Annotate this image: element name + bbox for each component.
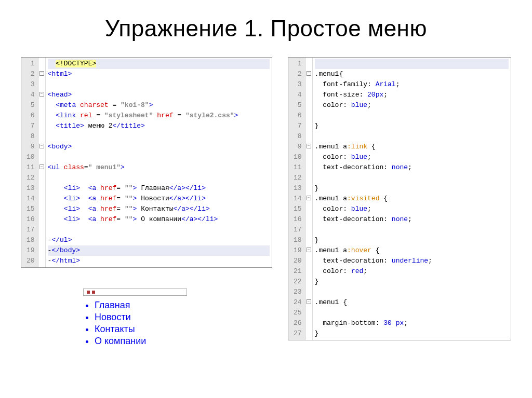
toolbar-dot-icon bbox=[87, 291, 90, 294]
code-area[interactable]: <!DOCTYPE><html><head> <meta charset = "… bbox=[46, 58, 272, 267]
browser-preview: ГлавнаяНовостиКонтактыО компании bbox=[83, 289, 272, 347]
preview-toolbar bbox=[83, 289, 187, 296]
line-gutter: 1234567891011121314151617181920212223242… bbox=[288, 58, 305, 340]
code-area[interactable]: .menu1{ font-family: Arial; font-size: 2… bbox=[313, 58, 511, 340]
html-editor[interactable]: 1234567891011121314151617181920 −−−− <!D… bbox=[21, 57, 272, 268]
left-column: 1234567891011121314151617181920 −−−− <!D… bbox=[21, 57, 272, 348]
page-title: Упражнение 1. Простое меню bbox=[0, 0, 532, 57]
content-area: 1234567891011121314151617181920 −−−− <!D… bbox=[0, 57, 532, 348]
fold-column: −−−−− bbox=[305, 58, 313, 340]
preview-menu-list: ГлавнаяНовостиКонтактыО компании bbox=[83, 300, 272, 347]
right-column: 1234567891011121314151617181920212223242… bbox=[288, 57, 511, 348]
preview-menu-item[interactable]: Главная bbox=[95, 300, 272, 311]
line-gutter: 1234567891011121314151617181920 bbox=[21, 58, 38, 267]
css-editor[interactable]: 1234567891011121314151617181920212223242… bbox=[288, 57, 511, 340]
toolbar-dot-icon bbox=[92, 291, 95, 294]
preview-menu-item[interactable]: Контакты bbox=[95, 324, 272, 335]
preview-menu-item[interactable]: О компании bbox=[95, 336, 272, 347]
preview-menu-item[interactable]: Новости bbox=[95, 312, 272, 323]
fold-column: −−−− bbox=[38, 58, 46, 267]
